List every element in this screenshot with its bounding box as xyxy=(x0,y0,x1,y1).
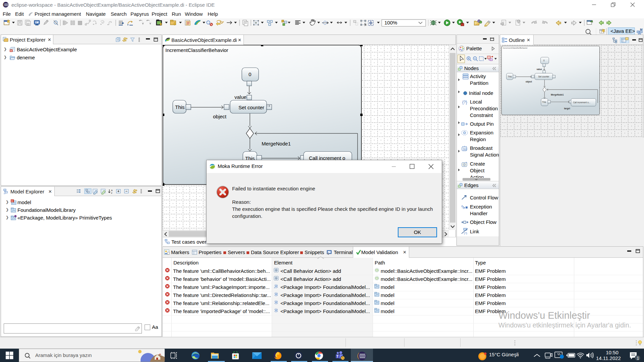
svg-text:This: This xyxy=(508,75,512,78)
svg-text:value: value xyxy=(234,94,247,100)
svg-text:⟨s⟩: ⟨s⟩ xyxy=(463,147,467,151)
svg-text:IncrementClassifierBehavior: IncrementClassifierBehavior xyxy=(503,47,528,49)
svg-text:This: This xyxy=(542,101,546,103)
svg-text:object: object xyxy=(526,80,532,83)
svg-text:{?}: {?} xyxy=(462,100,467,105)
svg-text:MergeNode1: MergeNode1 xyxy=(262,141,291,146)
svg-text:x: x xyxy=(11,200,13,202)
svg-text:Call increment o...: Call increment o... xyxy=(573,101,590,104)
svg-text:MergeNode1: MergeNode1 xyxy=(551,94,564,96)
svg-text:Set counter: Set counter xyxy=(538,75,550,78)
svg-text:z: z xyxy=(461,204,463,207)
svg-text:T: T xyxy=(336,355,338,358)
svg-text:This: This xyxy=(175,104,184,110)
svg-text:Set counter: Set counter xyxy=(238,105,264,110)
svg-text:IncrementClassifierBehavior: IncrementClassifierBehavior xyxy=(165,47,228,53)
svg-text:{?}: {?} xyxy=(464,232,467,235)
svg-text:z: z xyxy=(111,191,112,194)
svg-text:M: M xyxy=(640,28,643,31)
svg-text:0: 0 xyxy=(249,71,251,77)
svg-text:<Java EE>: <Java EE> xyxy=(610,28,635,34)
svg-text:1: 1 xyxy=(637,356,639,361)
svg-text:100%: 100% xyxy=(384,20,397,25)
svg-text:0: 0 xyxy=(543,59,545,62)
svg-text:target: target xyxy=(564,107,571,110)
svg-text:object: object xyxy=(213,114,227,119)
svg-text:value: value xyxy=(537,68,542,70)
